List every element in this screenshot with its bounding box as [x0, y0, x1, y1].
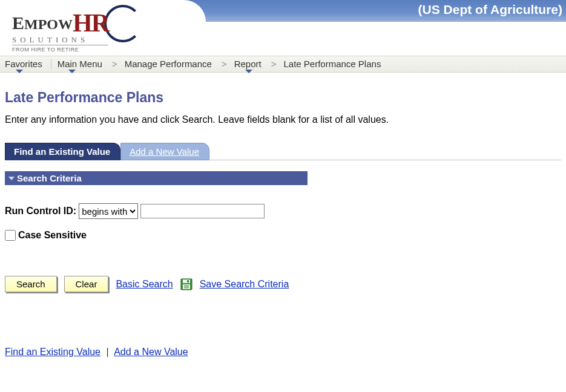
nav-favorites[interactable]: Favorites [4, 58, 46, 70]
crumb-late-performance-plans[interactable]: Late Performance Plans [282, 58, 384, 70]
crumb-report[interactable]: Report [233, 58, 265, 70]
tab-strip: Find an Existing Value Add a New Value [5, 142, 561, 160]
breadcrumb-sep: > [269, 59, 279, 69]
search-button[interactable]: Search [5, 276, 57, 292]
footer-tab-links: Find an Existing Value | Add a New Value [5, 347, 561, 358]
footer-sep: | [106, 347, 108, 357]
nav-main-menu-label: Main Menu [58, 59, 102, 69]
logo-word: MPOW [24, 16, 73, 32]
action-row: Search Clear Basic Search Save Search Cr… [5, 276, 561, 292]
chevron-down-icon [245, 70, 252, 73]
save-disk-icon [180, 278, 193, 290]
crumb-manage-performance[interactable]: Manage Performance [123, 58, 216, 70]
app-header: (US Dept of Agriculture) EMPOWHR SOLUTIO… [0, 0, 566, 56]
breadcrumb-bar: Favorites Main Menu > Manage Performance… [0, 56, 566, 73]
section-title: Search Criteria [17, 173, 82, 183]
breadcrumb-sep: > [110, 59, 120, 69]
collapse-triangle-icon [8, 177, 15, 180]
svg-rect-1 [183, 279, 190, 283]
search-criteria-header[interactable]: Search Criteria [5, 171, 308, 185]
nav-main-menu[interactable]: Main Menu [56, 58, 106, 70]
case-sensitive-checkbox[interactable] [5, 230, 16, 241]
tab-find-existing[interactable]: Find an Existing Value [5, 143, 120, 160]
chevron-down-icon [16, 70, 23, 73]
nav-divider [51, 59, 51, 69]
crumb-label: Report [234, 59, 262, 69]
basic-search-link[interactable]: Basic Search [116, 279, 173, 290]
chevron-down-icon [68, 70, 76, 73]
crumb-label: Late Performance Plans [283, 59, 381, 69]
nav-favorites-label: Favorites [5, 59, 42, 69]
tab-label: Find an Existing Value [14, 146, 110, 157]
run-control-row: Run Control ID: begins with [5, 203, 561, 219]
crumb-label: Manage Performance [125, 59, 212, 69]
run-control-label: Run Control ID: [5, 206, 76, 217]
tab-add-new[interactable]: Add a New Value [120, 143, 209, 160]
logo-letter: E [12, 13, 24, 33]
empowhr-logo: EMPOWHR SOLUTIONS FROM HIRE TO RETIRE [12, 0, 108, 47]
save-search-criteria-link[interactable]: Save Search Criteria [200, 279, 289, 290]
logo-hr: HR [73, 9, 108, 37]
run-control-operator-select[interactable]: begins with [79, 203, 138, 219]
footer-add-new-link[interactable]: Add a New Value [114, 347, 188, 357]
run-control-id-input[interactable] [140, 204, 265, 218]
logo-subtitle: SOLUTIONS [12, 35, 108, 45]
tab-label: Add a New Value [130, 146, 199, 157]
case-sensitive-label: Case Sensitive [18, 230, 87, 241]
footer-find-existing-link[interactable]: Find an Existing Value [5, 347, 100, 357]
page-content: Late Performance Plans Enter any informa… [0, 73, 566, 370]
breadcrumb-sep: > [219, 59, 229, 69]
case-sensitive-row: Case Sensitive [5, 230, 561, 241]
page-title: Late Performance Plans [5, 90, 561, 106]
logo-wordmark: EMPOWHR [12, 8, 108, 38]
logo-ring-icon [104, 5, 142, 42]
svg-rect-2 [187, 280, 189, 283]
page-instructions: Enter any information you have and click… [5, 114, 561, 125]
search-criteria-body: Run Control ID: begins with Case Sensiti… [5, 203, 561, 241]
logo-tagline: FROM HIRE TO RETIRE [12, 45, 108, 53]
clear-button[interactable]: Clear [64, 276, 109, 292]
banner-org-text: (US Dept of Agriculture) [418, 2, 562, 17]
